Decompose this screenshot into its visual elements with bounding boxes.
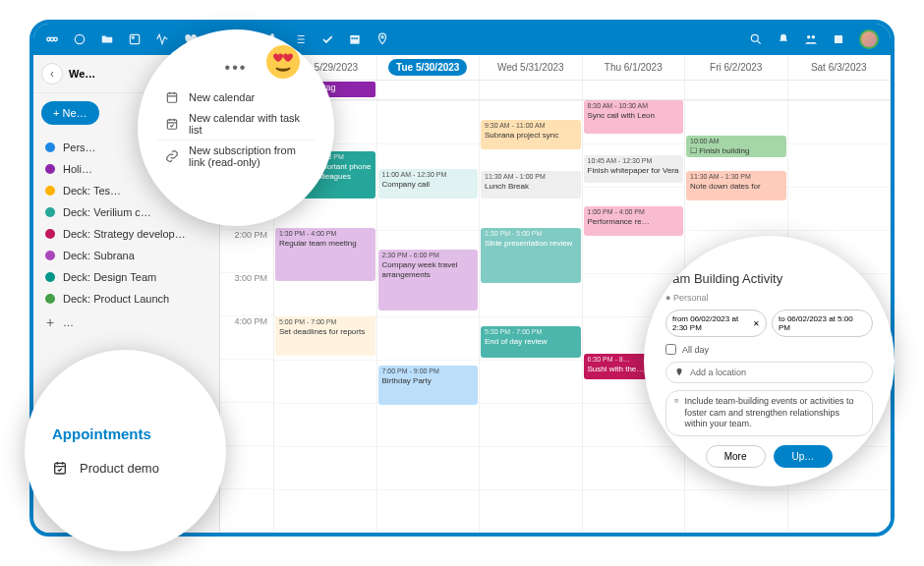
calendar-item[interactable]: Deck: Strategy develop… (33, 223, 219, 245)
svg-rect-11 (356, 37, 358, 39)
location-input[interactable]: Add a location (665, 362, 873, 383)
appointments-heading: Appointments (52, 425, 199, 442)
event-title-input[interactable]: eam Building Activity (665, 271, 873, 286)
update-button[interactable]: Up… (774, 445, 834, 468)
logo-icon (45, 32, 59, 46)
svg-rect-8 (350, 35, 359, 44)
all-day-checkbox[interactable]: All day (665, 344, 873, 355)
day-header[interactable]: Tue 5/30/2023 (377, 55, 481, 80)
notes-icon (674, 396, 679, 406)
user-avatar[interactable] (859, 29, 879, 49)
activity-icon[interactable] (155, 32, 169, 46)
svg-point-12 (381, 36, 383, 38)
svg-point-13 (751, 34, 758, 41)
calendar-check-icon (52, 460, 68, 476)
day-header[interactable]: Fri 6/2/2023 (685, 55, 788, 80)
calendar-event[interactable]: 2:30 PM - 6:00 PMCompany week travel arr… (378, 250, 479, 311)
calendar-app-icon[interactable] (348, 32, 362, 46)
svg-rect-17 (167, 93, 176, 102)
calendar-picker[interactable]: ● Personal (665, 293, 873, 303)
svg-rect-4 (130, 34, 139, 43)
allday-cell[interactable] (583, 81, 686, 99)
maps-icon[interactable] (375, 32, 389, 46)
calendar-event[interactable]: 11:00 AM - 12:30 PMCompany call (378, 169, 479, 198)
new-event-button[interactable]: + Ne… (41, 101, 99, 125)
svg-point-5 (132, 36, 134, 38)
allday-cell[interactable] (685, 81, 788, 99)
svg-point-15 (812, 35, 816, 39)
description-input[interactable]: Include team-building events or activiti… (665, 390, 873, 436)
svg-point-19 (266, 45, 300, 79)
more-icon[interactable]: ••• (225, 59, 248, 77)
day-column[interactable]: 9:30 AM - 11:00 AMSubrana project sync11… (480, 100, 583, 533)
photos-icon[interactable] (128, 32, 142, 46)
calendar-event[interactable]: 5:00 PM - 7:00 PMSet deadlines for repor… (275, 316, 375, 356)
calendar-event[interactable]: 11:30 AM - 1:00 PMLunch Break (481, 171, 581, 198)
appointments-panel: Appointments Product demo (25, 350, 226, 551)
allday-cell[interactable] (480, 81, 583, 99)
time-label: 4:00 PM (220, 316, 273, 360)
allday-cell[interactable] (377, 81, 481, 99)
to-datetime[interactable]: to 06/02/2023 at 5:00 PM (772, 310, 873, 337)
share-icon[interactable] (832, 32, 845, 46)
calendar-event[interactable]: 8:30 AM - 10:30 AMSync call with Leon (584, 100, 684, 134)
svg-point-14 (807, 35, 811, 39)
calendar-item[interactable]: Deck: Subrana (33, 245, 219, 266)
calendar-event[interactable]: 10:00 AM☐ Finish building (686, 136, 786, 157)
calendar-event[interactable]: 7:00 PM - 9:00 PMBirthday Party (378, 366, 479, 405)
add-calendar[interactable]: +… (33, 310, 219, 335)
contacts-menu-icon[interactable] (804, 32, 818, 46)
day-header[interactable]: Thu 6/1/2023 (583, 55, 686, 80)
svg-rect-18 (167, 120, 176, 129)
tasks-icon[interactable] (320, 32, 334, 46)
location-pin-icon (674, 368, 684, 377)
calendar-event[interactable]: 11:30 AM - 1:30 PMNote down dates for (686, 171, 786, 200)
calendar-event[interactable]: 5:30 PM - 7:00 PMEnd of day review (481, 326, 581, 358)
svg-rect-10 (354, 37, 356, 39)
menu-item[interactable]: New calendar (157, 86, 315, 108)
day-header[interactable]: Sat 6/3/2023 (788, 55, 892, 80)
time-label (220, 360, 273, 403)
calendar-item[interactable]: Deck: Product Launch (33, 288, 219, 310)
calendar-event[interactable]: 1:30 PM - 4:00 PMRegular team meeting (275, 228, 375, 281)
emoji-heart-eyes-icon (265, 44, 301, 80)
calendar-event[interactable]: 9:30 AM - 11:00 AMSubrana project sync (481, 120, 581, 149)
time-label (220, 489, 273, 533)
allday-cell[interactable] (788, 81, 892, 99)
svg-rect-16 (835, 35, 842, 43)
appointment-item[interactable]: Product demo (52, 460, 199, 476)
event-editor: eam Building Activity ● Personal from 06… (644, 236, 895, 486)
day-column[interactable]: 11:00 AM - 12:30 PMCompany call2:30 PM -… (377, 100, 481, 533)
time-label: 3:00 PM (220, 273, 273, 316)
dashboard-icon[interactable] (73, 32, 87, 46)
svg-rect-9 (352, 37, 354, 39)
appointment-label: Product demo (80, 461, 159, 476)
menu-item[interactable]: New calendar with task list (157, 108, 315, 140)
more-button[interactable]: More (706, 445, 766, 468)
files-icon[interactable] (100, 32, 114, 46)
svg-point-2 (54, 37, 58, 41)
svg-point-3 (75, 34, 84, 43)
new-calendar-menu: ••• New calendarNew calendar with task l… (138, 29, 334, 226)
search-icon[interactable] (749, 32, 763, 46)
calendar-event[interactable]: 1:00 PM - 4:00 PMPerformance re… (584, 206, 684, 236)
calendar-event[interactable]: 10:45 AM - 12:30 PMFinish whitepaper for… (584, 155, 684, 183)
time-label (220, 446, 273, 489)
time-label (220, 403, 273, 446)
menu-item[interactable]: New subscription from link (read-only) (157, 141, 315, 172)
calendar-event[interactable]: 1:30 PM - 5:00 PMSlide presentation revi… (481, 228, 581, 283)
top-app-bar (33, 24, 891, 55)
notifications-icon[interactable] (777, 32, 790, 46)
svg-rect-20 (55, 463, 66, 474)
back-button[interactable]: ‹ (41, 63, 63, 85)
time-label: 2:00 PM (220, 230, 273, 273)
day-header[interactable]: Wed 5/31/2023 (480, 55, 583, 80)
from-datetime[interactable]: from 06/02/2023 at 2:30 PM ✕ (665, 310, 767, 337)
calendar-item[interactable]: Deck: Design Team (33, 266, 219, 288)
